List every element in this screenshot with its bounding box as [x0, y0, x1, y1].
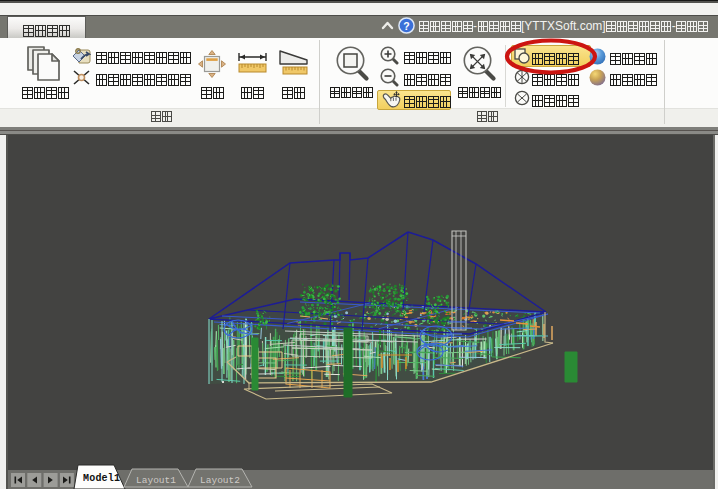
svg-text:Layout1: Layout1: [136, 475, 176, 486]
svg-text:Model1: Model1: [83, 473, 120, 484]
svg-text:Layout2: Layout2: [200, 475, 240, 486]
